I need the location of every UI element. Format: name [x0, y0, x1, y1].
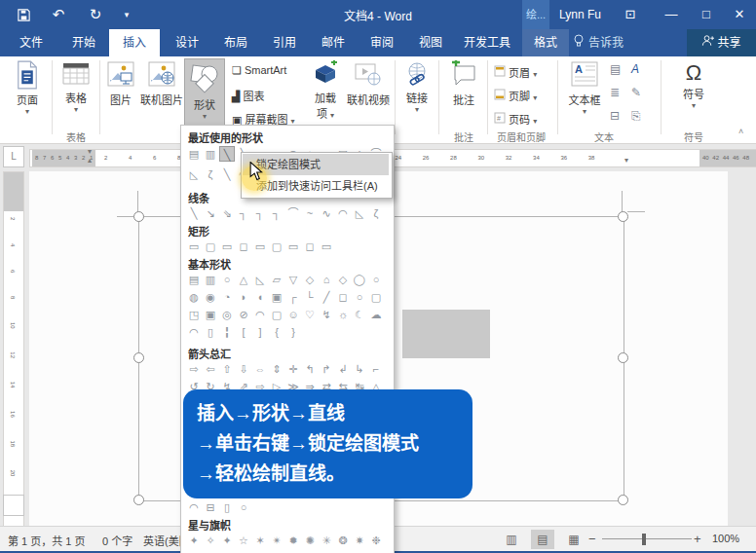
comment-button[interactable]: 批注	[443, 60, 484, 107]
shape-icon[interactable]: ▤	[186, 272, 202, 287]
shape-icon[interactable]: ∿	[319, 205, 334, 221]
textbox-button[interactable]: A 文本框 ▾	[563, 60, 606, 116]
shape-icon[interactable]: ┐	[252, 205, 268, 221]
shape-icon[interactable]: ▭	[252, 548, 268, 553]
shape-icon[interactable]: ▤	[203, 548, 218, 553]
footer-button[interactable]: 页脚 ▾	[494, 88, 537, 103]
web-layout-icon[interactable]: ▦	[562, 530, 586, 549]
shape-icon[interactable]: ❂	[335, 533, 351, 548]
shape-icon[interactable]: ◯	[352, 272, 367, 287]
shape-icon[interactable]: ○	[219, 272, 235, 287]
link-button[interactable]: 链接 ▾	[398, 60, 435, 114]
shape-icon[interactable]: ▭	[219, 239, 235, 254]
pages-button[interactable]: 页面 ▾	[6, 60, 49, 116]
shape-icon[interactable]: ◻	[236, 239, 251, 254]
tab-developer[interactable]: 开发工具	[456, 29, 518, 56]
zoom-slider-thumb[interactable]	[642, 534, 646, 545]
shape-icon[interactable]: }	[285, 324, 301, 340]
shape-icon[interactable]: ✳	[319, 533, 334, 548]
shape-icon[interactable]: ▭	[285, 239, 301, 254]
shape-icon[interactable]: ▣	[269, 289, 284, 305]
shape-icon[interactable]: ○	[368, 272, 384, 287]
shape-icon[interactable]: ✺	[302, 533, 318, 548]
shape-icon[interactable]: ▭	[252, 239, 268, 254]
page-info[interactable]: 第 1 页，共 1 页	[8, 533, 85, 548]
first-line-indent-marker[interactable]: ▾	[88, 147, 92, 156]
shape-icon[interactable]: ◍	[186, 289, 202, 305]
shape-icon[interactable]: ▥	[203, 146, 218, 162]
shape-icon[interactable]: ☺	[285, 307, 301, 322]
tab-home[interactable]: 开始	[60, 29, 107, 56]
close-icon[interactable]: ✕	[723, 0, 756, 29]
hanging-indent-marker[interactable]: ▴	[88, 156, 92, 165]
tab-references[interactable]: 引用	[261, 29, 308, 56]
shape-icon[interactable]: ▯	[186, 548, 202, 553]
tab-insert[interactable]: 插入	[109, 29, 160, 56]
print-layout-icon[interactable]: ▤	[531, 530, 554, 549]
shape-icon[interactable]: ⌐	[368, 361, 384, 377]
shape-icon[interactable]: ▱	[236, 548, 251, 553]
tab-mailings[interactable]: 邮件	[310, 29, 357, 56]
resize-handle-right[interactable]	[618, 352, 628, 363]
shape-icon[interactable]: ↳	[352, 361, 367, 377]
shape-icon[interactable]: ┐	[236, 205, 251, 221]
resize-handle-bottom-left[interactable]	[133, 495, 144, 505]
tab-format[interactable]: 格式	[522, 29, 569, 56]
shape-icon[interactable]: ◗	[236, 289, 251, 305]
shape-icon[interactable]: ⇨	[186, 361, 202, 377]
shape-icon[interactable]: ╱	[319, 289, 334, 305]
read-mode-icon[interactable]: ▥	[500, 530, 523, 549]
shape-icon[interactable]: ▤	[186, 146, 202, 162]
zoom-level[interactable]: 100%	[712, 533, 739, 544]
shape-icon[interactable]: ▱	[269, 272, 284, 287]
shape-icon[interactable]: ╲	[219, 166, 235, 182]
shape-icon[interactable]: ✦	[186, 533, 202, 548]
shape-icon[interactable]: ✶	[252, 533, 268, 548]
collapse-ribbon-icon[interactable]: ˄	[738, 127, 743, 136]
shape-icon[interactable]: ◠	[186, 324, 202, 340]
zoom-in-icon[interactable]: +	[694, 532, 701, 546]
shape-icon[interactable]: ↯	[319, 307, 334, 322]
online-video-button[interactable]: 联机视频	[345, 60, 392, 107]
shape-icon[interactable]: ▢	[269, 239, 284, 254]
shape-icon[interactable]: ◠	[335, 205, 351, 221]
quick-parts-icon[interactable]: ▤	[610, 62, 631, 86]
shape-icon[interactable]: └	[302, 289, 318, 305]
shape-icon[interactable]: ▢	[368, 289, 384, 305]
shape-icon[interactable]: ◺	[352, 205, 367, 221]
shape-icon[interactable]: ⇩	[236, 361, 251, 377]
shape-icon[interactable]: ◠	[186, 499, 202, 515]
shape-icon[interactable]: ▥	[203, 272, 218, 287]
shape-icon[interactable]: ~	[302, 205, 318, 221]
tab-file[interactable]: 文件	[8, 29, 55, 56]
shape-icon[interactable]: ╲	[219, 146, 235, 162]
shape-icon[interactable]: ζ	[203, 166, 218, 182]
tab-design[interactable]: 设计	[164, 29, 210, 56]
shape-icon[interactable]: ◖	[252, 289, 268, 305]
shape-icon[interactable]: ▯	[203, 324, 218, 340]
shape-icon[interactable]: ⇦	[203, 361, 218, 377]
shape-icon[interactable]: ▤	[302, 548, 318, 553]
shape-icon[interactable]: ┐	[269, 205, 284, 221]
shape-icon[interactable]: ▭	[186, 239, 202, 254]
resize-handle-left[interactable]	[133, 352, 144, 363]
user-name[interactable]: Lynn Fu	[559, 8, 601, 21]
shape-icon[interactable]: ◇	[302, 272, 318, 287]
shape-icon[interactable]: ▭	[319, 239, 334, 254]
addins-button[interactable]: 加载 项 ▾	[308, 60, 343, 121]
shape-icon[interactable]: ╏	[219, 324, 235, 340]
shape-icon[interactable]: ▯	[219, 499, 235, 515]
object-icon[interactable]: ⎘	[631, 109, 653, 132]
minimize-icon[interactable]: —	[655, 0, 688, 29]
tab-selector-box[interactable]: L	[3, 146, 24, 167]
header-button[interactable]: 页眉 ▾	[494, 64, 537, 80]
shape-icon[interactable]: ◺	[186, 166, 202, 182]
shape-icon[interactable]: ┌	[285, 289, 301, 305]
zoom-slider-track[interactable]	[602, 538, 692, 539]
shape-icon[interactable]: ☼	[335, 307, 351, 322]
word-count[interactable]: 0 个字	[102, 533, 132, 548]
shape-icon[interactable]: ☾	[352, 307, 367, 322]
shape-icon[interactable]: ○	[352, 289, 367, 305]
shape-icon[interactable]: ↱	[319, 361, 334, 377]
shape-icon[interactable]: [	[236, 324, 251, 340]
